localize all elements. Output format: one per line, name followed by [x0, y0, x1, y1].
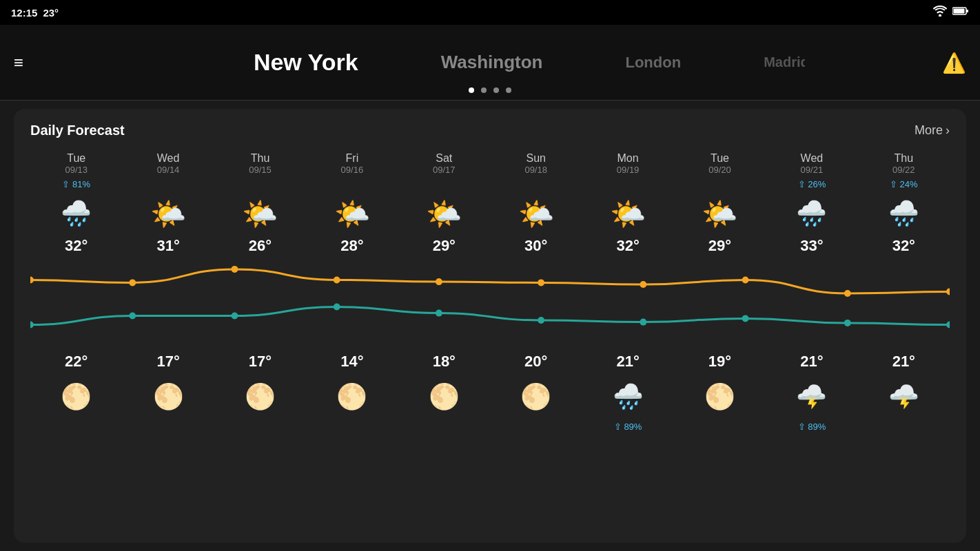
svg-point-12 [946, 288, 950, 295]
rain-chance-top-1 [167, 178, 169, 190]
high-temp-9: 32° [892, 237, 915, 255]
rain-chance-bottom-4 [443, 420, 445, 433]
day-col-5: Sun 09/18 🌤️ 30° [490, 152, 582, 258]
low-temp-3: 14° [340, 353, 363, 371]
night-icon-3: 🌕 [331, 376, 373, 417]
high-temp-2: 26° [249, 237, 272, 255]
day-col-3: Fri 09/16 🌤️ 28° [306, 152, 398, 258]
svg-point-4 [129, 279, 136, 286]
rain-chance-bottom-6: ⇧ 89% [614, 420, 642, 433]
day-name-4: Sat [436, 152, 452, 165]
svg-point-14 [129, 313, 136, 320]
day-col-4: Sat 09/17 🌤️ 29° [398, 152, 490, 258]
forecast-title: Daily Forecast [30, 123, 125, 138]
weather-icon-4: 🌤️ [423, 193, 465, 234]
day-date-2: 09/15 [249, 165, 272, 175]
svg-point-18 [538, 317, 544, 324]
city-tab-london[interactable]: London [584, 48, 722, 77]
dot-1 [469, 87, 474, 93]
dot-3 [493, 87, 499, 93]
rain-chance-top-7 [719, 178, 721, 190]
city-tab-washington[interactable]: Washington [400, 46, 584, 79]
low-temp-9: 21° [892, 353, 915, 371]
status-bar: 12:15 23° [0, 0, 980, 25]
high-temp-4: 29° [433, 237, 456, 255]
night-icon-2: 🌕 [239, 376, 280, 417]
low-temp-6: 21° [616, 353, 639, 371]
svg-point-11 [844, 290, 851, 297]
main-content: Daily Forecast More › Tue 09/13 ⇧ 81% 🌧️… [0, 101, 980, 551]
weather-icon-3: 🌤️ [331, 193, 373, 234]
rain-chance-bottom-7 [719, 420, 721, 433]
alert-icon[interactable]: ⚠️ [942, 51, 966, 74]
dot-indicators [469, 87, 511, 93]
rain-chance-top-2 [259, 178, 261, 190]
time-display: 12:15 [11, 7, 37, 19]
rain-chance-top-4 [443, 178, 445, 190]
day-col-bottom-5: 20° 🌕 [490, 353, 582, 433]
high-temp-5: 30° [524, 237, 547, 255]
day-col-bottom-9: 21° 🌩️ [858, 353, 950, 433]
svg-rect-1 [966, 10, 968, 12]
low-temp-7: 19° [708, 353, 731, 371]
day-date-5: 09/18 [524, 165, 547, 175]
svg-point-15 [232, 313, 238, 320]
city-tabs: New York Washington London Madrid [51, 43, 966, 81]
night-icon-4: 🌕 [423, 376, 465, 417]
days-header-grid: Tue 09/13 ⇧ 81% 🌧️ 32° Wed 09/14 🌤️ 31° … [30, 152, 950, 258]
weather-icon-6: 🌤️ [607, 193, 649, 234]
high-temp-1: 31° [156, 237, 179, 255]
svg-point-10 [742, 277, 749, 284]
weather-icon-9: 🌧️ [883, 193, 924, 234]
more-label: More [915, 123, 943, 138]
day-name-5: Sun [526, 152, 545, 165]
low-temp-0: 22° [65, 353, 88, 371]
night-icon-6: 🌧️ [607, 376, 649, 417]
low-temp-2: 17° [249, 353, 272, 371]
rain-chance-bottom-3 [351, 420, 353, 433]
high-temp-6: 32° [616, 237, 639, 255]
day-col-9: Thu 09/22 ⇧ 24% 🌧️ 32° [858, 152, 950, 258]
night-icon-5: 🌕 [515, 376, 557, 417]
status-right [933, 6, 969, 19]
forecast-header: Daily Forecast More › [30, 123, 950, 138]
svg-point-6 [334, 277, 340, 284]
day-date-0: 09/13 [65, 165, 88, 175]
rain-chance-bottom-0 [75, 420, 77, 433]
menu-icon[interactable]: ≡ [14, 54, 23, 71]
rain-chance-top-8: ⇧ 26% [798, 178, 826, 190]
rain-chance-top-3 [351, 178, 353, 190]
rain-chance-bottom-2 [259, 420, 261, 433]
night-icon-1: 🌕 [147, 376, 189, 417]
svg-rect-2 [954, 9, 965, 14]
high-temp-8: 33° [800, 237, 823, 255]
day-date-1: 09/14 [157, 165, 180, 175]
high-temp-3: 28° [340, 237, 363, 255]
day-name-1: Wed [157, 152, 180, 165]
svg-point-16 [334, 304, 340, 311]
dot-2 [481, 87, 487, 93]
low-temp-5: 20° [524, 353, 547, 371]
nav-bar: ≡ New York Washington London Madrid ⚠️ [0, 25, 980, 101]
rain-chance-top-5 [535, 178, 537, 190]
city-tab-newyork[interactable]: New York [212, 43, 400, 81]
high-temp-0: 32° [65, 237, 88, 255]
night-icon-0: 🌕 [56, 376, 97, 417]
city-tab-madrid[interactable]: Madrid [722, 49, 805, 76]
chevron-right-icon: › [946, 123, 950, 138]
rain-chance-top-9: ⇧ 24% [890, 178, 918, 190]
day-name-6: Mon [617, 152, 639, 165]
night-icon-9: 🌩️ [883, 376, 924, 417]
day-name-7: Tue [711, 152, 729, 165]
day-col-bottom-7: 19° 🌕 [674, 353, 766, 433]
day-name-8: Wed [801, 152, 824, 165]
low-temp-8: 21° [800, 353, 823, 371]
weather-icon-5: 🌤️ [515, 193, 557, 234]
svg-point-20 [742, 315, 749, 322]
svg-point-5 [232, 266, 238, 273]
day-col-8: Wed 09/21 ⇧ 26% 🌧️ 33° [766, 152, 857, 258]
day-col-6: Mon 09/19 🌤️ 32° [582, 152, 673, 258]
more-link[interactable]: More › [915, 123, 950, 138]
rain-chance-bottom-1 [167, 420, 169, 433]
low-temp-1: 17° [156, 353, 179, 371]
